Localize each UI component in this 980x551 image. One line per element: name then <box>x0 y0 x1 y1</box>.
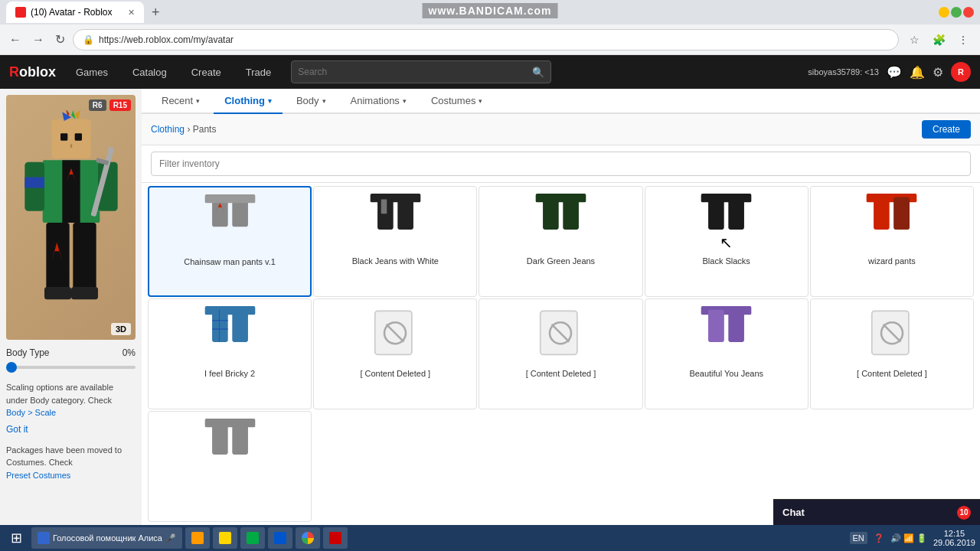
list-item[interactable]: Black Slacks <box>645 186 808 297</box>
svg-rect-0 <box>51 119 90 158</box>
list-item[interactable] <box>148 411 312 522</box>
user-avatar-btn[interactable]: R <box>951 62 971 82</box>
chevron-down-icon: ▾ <box>196 97 200 105</box>
packages-notice: Packages have been moved to Costumes. Ch… <box>6 444 136 482</box>
roblox-search-bar[interactable]: 🔍 <box>291 60 551 83</box>
list-item[interactable]: [ Content Deleted ] <box>479 298 642 409</box>
chat-icon-btn[interactable]: 💬 <box>887 65 902 80</box>
body-type-slider[interactable] <box>6 361 136 373</box>
r6-badge[interactable]: R6 <box>89 99 106 111</box>
settings-btn[interactable]: ⚙ <box>933 65 943 80</box>
list-item[interactable]: Beautiful You Jeans <box>645 298 808 409</box>
notifications-btn[interactable]: 🔔 <box>910 65 925 80</box>
list-item[interactable]: Black Jeans with White <box>313 186 477 297</box>
svg-rect-13 <box>24 178 44 188</box>
view-3d-button[interactable]: 3D <box>111 323 131 335</box>
item-thumbnail <box>696 304 757 365</box>
close-button[interactable] <box>963 7 974 18</box>
username-display: siboyas35789: <13 <box>808 67 879 77</box>
svg-rect-27 <box>397 197 413 229</box>
svg-rect-3 <box>70 144 71 148</box>
back-button[interactable]: ← <box>6 30 24 50</box>
browser-app-icon <box>191 532 204 544</box>
item-thumbnail <box>861 304 923 365</box>
filter-input[interactable] <box>151 152 971 176</box>
language-indicator[interactable]: EN <box>850 532 867 544</box>
program1-icon <box>247 532 259 544</box>
body-type-section: Body Type 0% <box>6 347 136 373</box>
item-name: I feel Bricky 2 <box>204 368 255 379</box>
tab-animations[interactable]: Animations ▾ <box>340 89 417 114</box>
list-item[interactable]: [ Content Deleted ] <box>810 298 974 409</box>
forward-button[interactable]: → <box>29 30 47 50</box>
avatar-panel: R6 R15 <box>0 89 142 525</box>
r15-badge[interactable]: R15 <box>109 99 131 111</box>
item-name: Beautiful You Jeans <box>689 368 763 379</box>
got-it-link[interactable]: Got it <box>6 422 136 436</box>
taskbar-clock[interactable]: 12:15 29.06.2019 <box>933 529 975 547</box>
list-item[interactable]: wizard pants <box>810 186 974 297</box>
slider-track <box>6 366 136 369</box>
nav-games[interactable]: Games <box>71 64 113 81</box>
taskbar-app-files[interactable] <box>213 527 237 549</box>
item-name: wizard pants <box>868 256 916 266</box>
maximize-button[interactable] <box>951 7 962 18</box>
start-button[interactable]: ⊞ <box>5 528 28 548</box>
preset-costumes-link[interactable]: Preset Costumes <box>6 471 70 480</box>
inventory-tabs: Recent ▾ Clothing ▾ Body ▾ Animations ▾ … <box>142 89 980 114</box>
new-tab-button[interactable]: + <box>147 5 165 21</box>
scaling-text: Scaling options are available under Body… <box>6 383 113 405</box>
list-item[interactable]: [ Content Deleted ] <box>313 298 477 409</box>
item-thumbnail <box>696 191 757 253</box>
browser-nav: ← → ↻ 🔒 https://web.roblox.com/my/avatar… <box>0 24 980 55</box>
tab-costumes[interactable]: Costumes ▾ <box>420 89 494 114</box>
tab-recent[interactable]: Recent ▾ <box>151 89 211 114</box>
help-icon: ❓ <box>874 533 884 543</box>
item-name: [ Content Deleted ] <box>360 368 430 379</box>
taskbar-app-chrome[interactable] <box>296 527 320 549</box>
nav-create[interactable]: Create <box>187 64 226 81</box>
breadcrumb-clothing-link[interactable]: Clothing <box>151 124 185 135</box>
list-item[interactable]: Dark Green Jeans <box>479 186 642 297</box>
address-bar[interactable]: 🔒 https://web.roblox.com/my/avatar <box>73 29 899 51</box>
tab-clothing[interactable]: Clothing ▾ <box>214 89 283 114</box>
window-controls <box>939 7 974 18</box>
taskbar: ⊞ Голосовой помощник Алиса 🎤 EN ❓ 🔊 📶 🔋 … <box>0 525 980 551</box>
item-name: [ Content Deleted ] <box>857 368 927 379</box>
body-type-label: Body Type 0% <box>6 347 136 358</box>
svg-rect-41 <box>232 309 248 341</box>
taskbar-app-recording[interactable] <box>323 527 348 549</box>
taskbar-app-voice[interactable]: Голосовой помощник Алиса 🎤 <box>31 527 182 549</box>
create-button[interactable]: Create <box>922 120 971 139</box>
pants-icon-chainsaw <box>201 194 259 252</box>
bookmark-button[interactable]: ☆ <box>903 29 925 51</box>
breadcrumb-separator: › <box>187 124 192 135</box>
roblox-logo[interactable]: Roblox <box>9 64 56 80</box>
search-input[interactable] <box>298 67 528 77</box>
roblox-navigation: Roblox Games Catalog Create Trade 🔍 sibo… <box>0 55 980 89</box>
nav-trade[interactable]: Trade <box>241 64 276 81</box>
menu-button[interactable]: ⋮ <box>952 29 974 51</box>
taskbar-app-program1[interactable] <box>240 527 265 549</box>
browser-tab[interactable]: (10) Avatar - Roblox ✕ <box>6 2 144 23</box>
nav-catalog[interactable]: Catalog <box>128 64 172 81</box>
slider-thumb[interactable] <box>6 362 17 373</box>
reload-button[interactable]: ↻ <box>52 29 68 50</box>
taskbar-app-browser[interactable] <box>185 527 210 549</box>
svg-rect-23 <box>204 194 255 203</box>
minimize-button[interactable] <box>939 7 949 18</box>
main-content: R6 R15 <box>0 89 980 525</box>
tab-close-btn[interactable]: ✕ <box>128 8 135 18</box>
list-item[interactable]: Chainsaw man pants v.1 <box>148 186 312 297</box>
extensions-button[interactable]: 🧩 <box>928 29 949 51</box>
body-scale-link[interactable]: Body > Scale <box>6 408 56 417</box>
svg-rect-54 <box>708 309 724 341</box>
chat-bar[interactable]: Chat 10 <box>773 499 980 525</box>
breadcrumb-bar: Clothing › Pants Create <box>142 114 980 145</box>
url-display: https://web.roblox.com/my/avatar <box>99 34 234 45</box>
pants-icon-wizard <box>863 194 920 251</box>
list-item[interactable]: I feel Bricky 2 <box>148 298 312 409</box>
taskbar-app-program2[interactable] <box>268 527 292 549</box>
pants-icon-extra <box>201 419 259 476</box>
tab-body[interactable]: Body ▾ <box>286 89 337 114</box>
